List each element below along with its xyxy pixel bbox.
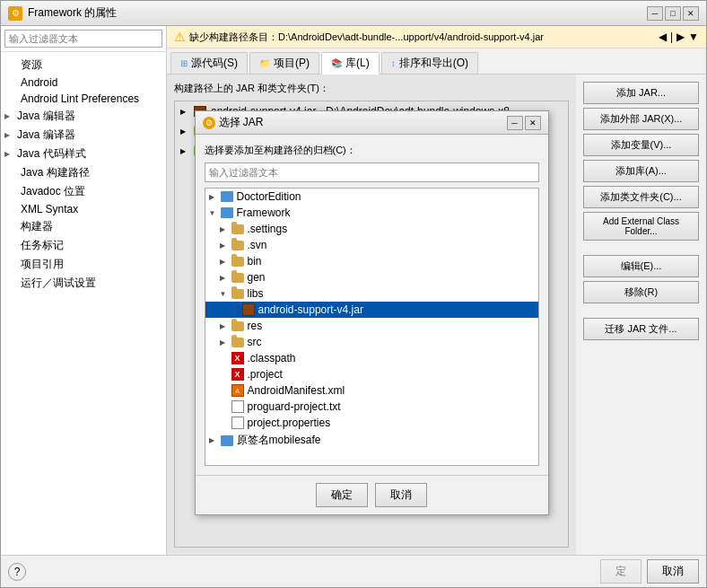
x-file-icon: X xyxy=(231,352,245,364)
tree-item-mobilesafe[interactable]: ▶ 原签名mobilesafe xyxy=(205,431,538,450)
migrate-jar-button[interactable]: 迁移 JAR 文件... xyxy=(583,318,699,340)
remove-button[interactable]: 移除(R) xyxy=(583,281,699,303)
tree-item-bin[interactable]: ▶ bin xyxy=(205,253,538,269)
tree-item-doctoredition[interactable]: ▶ DoctorEdition xyxy=(205,189,538,205)
sidebar-item-label: Java 构建路径 xyxy=(21,165,90,180)
tree-item-label: bin xyxy=(248,255,262,268)
tabs-bar: ⊞ 源代码(S) 📁 项目(P) 📚 库(L) ↕ 排序和导出(O) xyxy=(167,48,706,75)
tree-arrow-icon: ▶ xyxy=(220,338,231,347)
tab-order-export[interactable]: ↕ 排序和导出(O) xyxy=(381,52,478,74)
sidebar-item-xml-syntax[interactable]: XML Syntax xyxy=(1,201,166,217)
folder-icon xyxy=(231,336,245,348)
sidebar-item-resources[interactable]: 资源 xyxy=(1,56,166,75)
tab-projects-icon: 📁 xyxy=(259,58,270,68)
tree-item-libs[interactable]: ▼ libs xyxy=(205,285,538,302)
tree-arrow-icon: ▶ xyxy=(220,322,231,330)
tree-arrow-icon: ▶ xyxy=(209,193,220,201)
dialog-confirm-button[interactable]: 确定 xyxy=(316,483,368,507)
tree-item-settings[interactable]: ▶ .settings xyxy=(205,221,538,237)
project-icon xyxy=(220,206,234,219)
tree-item-label: libs xyxy=(248,287,264,300)
xml-file-icon: A xyxy=(231,384,245,397)
tree-item-classpath[interactable]: X .classpath xyxy=(205,350,538,366)
tree-arrow-icon: ▶ xyxy=(220,258,231,266)
sidebar-item-lint[interactable]: Android Lint Preferences xyxy=(1,91,166,107)
nav-back-icon[interactable]: ◀ xyxy=(659,31,667,43)
tab-libraries[interactable]: 📚 库(L) xyxy=(321,52,380,75)
add-library-button[interactable]: 添加库(A)... xyxy=(583,160,699,182)
tree-item-label: 原签名mobilesafe xyxy=(237,433,321,448)
main-pane: 构建路径上的 JAR 和类文件夹(T)： ▶ android-support-v… xyxy=(167,75,706,555)
sidebar-item-project-refs[interactable]: 项目引用 xyxy=(1,255,166,274)
tab-source-label: 源代码(S) xyxy=(191,56,238,71)
tree-arrow-icon: ▶ xyxy=(220,225,231,233)
sidebar-item-java-build-path[interactable]: Java 构建路径 xyxy=(1,163,166,182)
sidebar-item-label: 任务标记 xyxy=(21,238,64,253)
tree-item-label: .project xyxy=(248,368,283,381)
folder-icon xyxy=(231,320,245,332)
tab-libraries-label: 库(L) xyxy=(345,56,370,71)
tree-item-label: res xyxy=(248,320,263,332)
sidebar-item-java-editor[interactable]: ▶ Java 编辑器 xyxy=(1,107,166,126)
sidebar-items: 资源 Android Android Lint Preferences ▶ Ja… xyxy=(1,52,166,555)
project-icon xyxy=(220,190,234,203)
sidebar-item-run-debug[interactable]: 运行／调试设置 xyxy=(1,274,166,293)
add-external-jar-button[interactable]: 添加外部 JAR(X)... xyxy=(583,108,699,130)
sidebar-item-android[interactable]: Android xyxy=(1,75,166,91)
tab-source-icon: ⊞ xyxy=(180,58,188,68)
folder-icon xyxy=(231,255,245,268)
dialog-title-left: ⚙ 选择 JAR xyxy=(203,115,264,130)
tree-item-project[interactable]: X .project xyxy=(205,366,538,382)
dialog-search-input[interactable] xyxy=(205,162,539,182)
sidebar-search-input[interactable] xyxy=(4,30,162,48)
add-external-class-folder-button[interactable]: Add External Class Folder... xyxy=(583,212,699,241)
tree-item-framework[interactable]: ▼ Framework xyxy=(205,205,538,221)
add-variable-button[interactable]: 添加变量(V)... xyxy=(583,134,699,156)
tree-item-res[interactable]: ▶ res xyxy=(205,318,538,334)
warning-icon: ⚠ xyxy=(174,30,186,44)
tree-item-support-jar[interactable]: android-support-v4.jar xyxy=(205,302,538,318)
dialog-tree[interactable]: ▶ DoctorEdition ▼ xyxy=(205,188,539,466)
nav-forward-icon[interactable]: ▶ xyxy=(676,31,685,43)
tree-item-manifest[interactable]: A AndroidManifest.xml xyxy=(205,382,538,399)
sidebar-item-java-compiler[interactable]: ▶ Java 编译器 xyxy=(1,126,166,145)
expand-arrow-icon: ▶ xyxy=(4,150,13,158)
tree-item-label: Framework xyxy=(237,206,291,219)
tree-item-src[interactable]: ▶ src xyxy=(205,334,538,350)
add-jar-button[interactable]: 添加 JAR... xyxy=(583,82,699,104)
dialog-cancel-button[interactable]: 取消 xyxy=(375,483,427,507)
title-bar-controls: ─ □ ✕ xyxy=(647,6,699,21)
minimize-button[interactable]: ─ xyxy=(647,6,663,21)
help-button[interactable]: ? xyxy=(8,563,26,581)
dialog-label: 选择要添加至构建路径的归档(C)： xyxy=(205,144,539,157)
close-button[interactable]: ✕ xyxy=(683,6,699,21)
sidebar-item-label: Java 编译器 xyxy=(17,127,75,143)
tab-projects[interactable]: 📁 项目(P) xyxy=(249,52,319,74)
maximize-button[interactable]: □ xyxy=(665,6,681,21)
dialog-minimize-button[interactable]: ─ xyxy=(507,116,523,130)
add-class-folder-button[interactable]: 添加类文件夹(C)... xyxy=(583,186,699,208)
sidebar-item-task-tags[interactable]: 任务标记 xyxy=(1,236,166,255)
bottom-bar: ? 定 取消 xyxy=(1,555,706,587)
cancel-button[interactable]: 取消 xyxy=(647,559,699,584)
sidebar-item-javadoc[interactable]: Javadoc 位置 xyxy=(1,182,166,201)
window-title: Framework 的属性 xyxy=(28,5,117,21)
confirm-button[interactable]: 定 xyxy=(600,559,642,584)
tree-arrow-icon: ▶ xyxy=(220,241,231,250)
sidebar-item-builders[interactable]: 构建器 xyxy=(1,217,166,236)
sidebar: 资源 Android Android Lint Preferences ▶ Ja… xyxy=(1,26,167,555)
tree-item-properties[interactable]: project.properties xyxy=(205,415,538,431)
folder-icon xyxy=(231,223,245,235)
expand-arrow-icon: ▶ xyxy=(4,131,13,139)
tree-item-gen[interactable]: ▶ gen xyxy=(205,269,538,285)
nav-dropdown-icon[interactable]: ▼ xyxy=(688,31,699,43)
tab-source[interactable]: ⊞ 源代码(S) xyxy=(170,52,248,74)
tree-item-svn[interactable]: ▶ .svn xyxy=(205,237,538,253)
edit-button[interactable]: 编辑(E)... xyxy=(583,255,699,277)
sidebar-item-java-code-style[interactable]: ▶ Java 代码样式 xyxy=(1,145,166,163)
dialog-close-button[interactable]: ✕ xyxy=(525,116,541,130)
build-path-area: 构建路径上的 JAR 和类文件夹(T)： ▶ android-support-v… xyxy=(167,75,576,555)
tree-arrow-icon: ▼ xyxy=(220,290,231,298)
dialog-title-bar: ⚙ 选择 JAR ─ ✕ xyxy=(196,111,548,135)
tree-item-proguard[interactable]: proguard-project.txt xyxy=(205,399,538,415)
